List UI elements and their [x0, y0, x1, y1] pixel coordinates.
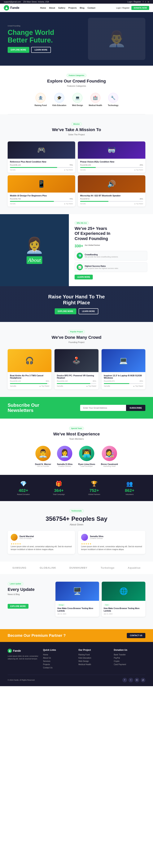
- donate-btn[interactable]: DONATE NOW: [131, 6, 149, 10]
- learn-more-btn[interactable]: LEARN MORE: [31, 47, 51, 53]
- address: 254 Main Street, Victoria, USA: [23, 1, 49, 3]
- project-footer-2: Samalla ▲ Top Rated: [10, 203, 73, 205]
- social-twitter-icon[interactable]: t: [128, 678, 133, 682]
- progress-fill-2: [10, 201, 54, 202]
- feature-item-2[interactable]: 💻 Web Design: [72, 93, 83, 106]
- cta-learn-btn[interactable]: LEARN MORE: [79, 308, 98, 314]
- progress-fill-3: [80, 201, 109, 202]
- big-stat-sub: About Given: [8, 523, 145, 526]
- popular-subtitle: Founding Project: [8, 341, 145, 343]
- footer-link-0-0[interactable]: Home: [43, 654, 74, 656]
- footer-link-1-2[interactable]: Web Design: [79, 660, 110, 662]
- features-section: Feature Categories Explore Our Crowd Fou…: [0, 66, 153, 114]
- footer-link-0-4[interactable]: Contact Us: [43, 666, 74, 669]
- team-role-3: Marketing Head: [101, 465, 118, 467]
- pop-progress-fill-0: [10, 383, 47, 384]
- feature-item-0[interactable]: 🏦 Raising Fund: [35, 93, 47, 106]
- team-member-3[interactable]: 👩‍🎨 Brene Cavalcanti Marketing Head: [101, 446, 118, 467]
- feature-icon-raising: 🏦: [36, 93, 45, 103]
- project-meta-1: Round:$3,200 25%: [80, 164, 143, 166]
- project-card-3[interactable]: 🔊 Microchip A4 -522 BT Bluetooth Speaker…: [78, 175, 145, 207]
- social-f[interactable]: f: [143, 1, 144, 3]
- explore-more-btn[interactable]: EXPLORE MORE: [8, 47, 29, 53]
- footer-link-2-2[interactable]: Crypto: [114, 660, 145, 662]
- stat-icon-3: 👥: [114, 480, 145, 487]
- social-t[interactable]: t: [145, 1, 146, 3]
- hero-buttons: EXPLORE MORE LEARN MORE: [8, 47, 54, 53]
- blog-subtitle: News & Blog: [8, 593, 50, 595]
- team-section: Special Team We've Most Experience Team …: [0, 418, 153, 475]
- footer-social: f t in yt: [122, 678, 145, 682]
- nav-gallery[interactable]: Gallery: [58, 7, 65, 9]
- pop-card-0[interactable]: 🎧 Boat Airdre Air Pro 3 TWS Cancel Headp…: [8, 349, 52, 389]
- blog-card-0[interactable]: 🖥️ Design How Make Cross-Browser Testing…: [56, 582, 99, 617]
- about-stat-partner: 330+ Our Global Partner: [74, 244, 100, 248]
- premium-contact-btn[interactable]: CONTACT US: [127, 633, 145, 638]
- blog-body-1: Tech How Make Cross-Browser Testing More…: [102, 601, 145, 617]
- team-member-0[interactable]: 👨‍💼 David N. Warner CEO & Founder: [35, 446, 51, 467]
- project-card-0[interactable]: 🎮 Reference Plus-Need Condition New Roun…: [8, 142, 75, 173]
- project-card-2[interactable]: 📱 Mobile UI Design For Beginners Plus Ro…: [8, 175, 75, 207]
- pop-card-2[interactable]: 💻 Inspiron 13.3' In Laptop I5 8GB 512GB …: [101, 349, 145, 389]
- learn-more-about-btn[interactable]: LEARN MORE: [74, 275, 93, 279]
- footer-link-2-3[interactable]: Card Payment: [114, 663, 145, 665]
- nav-home[interactable]: Home: [40, 7, 46, 9]
- pop-card-1[interactable]: 🕹️ Doulce BP2 PC- Powered VR Gaming Head…: [55, 349, 98, 389]
- nav-contact[interactable]: Contact: [87, 7, 95, 9]
- project-body-3: Microchip A4 -522 BT Bluetooth Speaker R…: [78, 192, 145, 207]
- project-img-0: 🎮: [8, 142, 75, 159]
- project-body-1: Pinear-Vision-052u Condition New Round:$…: [78, 159, 145, 173]
- team-badge: Special Team: [69, 427, 84, 430]
- feature-item-4[interactable]: 🔧 Technology: [108, 93, 118, 106]
- about-feature-0: 💎 Crowdfunding We provide the best crowd…: [74, 251, 147, 260]
- about-image: 👩‍💼 About: [0, 214, 69, 286]
- footer-col-2: Donation Us Bank Transfer PayPal Crypto …: [114, 649, 145, 670]
- test-header-1: Samalla Silva Creative Director: [81, 534, 142, 541]
- nav: Fande Home About Gallery Projects Blog C…: [0, 4, 153, 12]
- clients-section: SAMSUNG GLOBALINK DUNNHUMBY Turbologo Aq…: [0, 562, 153, 574]
- social-facebook-icon[interactable]: f: [122, 678, 127, 682]
- blog-card-1[interactable]: 🌐 Tech How Make Cross-Browser Testing Mo…: [102, 582, 145, 617]
- nav-login-link[interactable]: Login / Register: [116, 7, 129, 9]
- newsletter-subscribe-btn[interactable]: SUBSCRIBE: [126, 405, 145, 411]
- nav-blog[interactable]: Blog: [80, 7, 84, 9]
- footer-link-0-2[interactable]: Services: [43, 660, 74, 662]
- team-name-2: Ryan Lima.Gives: [78, 463, 95, 465]
- pop-person-2: 💻: [101, 349, 145, 372]
- popular-header: Popular Project We've Done Many Crowd Fo…: [8, 330, 145, 343]
- stat-icon-1: 🎁: [43, 480, 74, 487]
- nav-logo[interactable]: Fande: [4, 5, 19, 10]
- project-footer-3: Samalla ▲ Top Rated: [80, 203, 143, 205]
- newsletter-email-input[interactable]: [80, 405, 126, 411]
- project-title-2: Mobile UI Design For Beginners Plus: [10, 194, 73, 197]
- team-member-1[interactable]: 👩‍💼 Samalla D.Silva Creative Director: [57, 446, 72, 467]
- footer-link-2-0[interactable]: Bank Transfer: [114, 654, 145, 656]
- project-title-0: Reference Plus-Need Condition New: [10, 161, 73, 163]
- cta-explore-btn[interactable]: EXPLORE MORE: [55, 308, 76, 314]
- stat-number-3: 862+: [114, 488, 145, 493]
- pop-title-0: Boat Airdre Air Pro 3 TWS Cancel Headpho…: [10, 374, 49, 379]
- login-link[interactable]: Login / Register: [128, 1, 141, 3]
- team-member-2[interactable]: 👨‍💻 Ryan Lima.Gives Lead Developer: [78, 446, 95, 467]
- feature-item-1[interactable]: 🎓 Kids Education: [52, 93, 66, 106]
- social-in[interactable]: in: [148, 1, 149, 3]
- stats-grid: 💎 402+ Raised Donation 🎁 364+ Total Camp…: [8, 480, 145, 495]
- nav-projects[interactable]: Projects: [68, 7, 77, 9]
- blog-person-1: 🌐: [102, 582, 145, 601]
- progress-bar-2: [10, 201, 73, 202]
- team-avatar-3: 👩‍🎨: [102, 446, 117, 461]
- footer-link-0-3[interactable]: Projects: [43, 663, 74, 665]
- footer-link-2-1[interactable]: PayPal: [114, 657, 145, 659]
- footer-link-1-3[interactable]: Medical Health: [79, 663, 110, 665]
- social-youtube-icon[interactable]: yt: [141, 678, 145, 682]
- hero-title: Change World Better Future.: [8, 29, 54, 44]
- footer-link-1-1[interactable]: Kids Education: [79, 657, 110, 659]
- footer-link-0-1[interactable]: About Us: [43, 657, 74, 659]
- nav-about[interactable]: About: [49, 7, 55, 9]
- testimonials-badge: Testimonials: [69, 509, 84, 513]
- blog-explore-btn[interactable]: EXPLORE MORE: [8, 604, 29, 609]
- feature-item-3[interactable]: 🏥 Medical Health: [89, 93, 102, 106]
- social-linkedin-icon[interactable]: in: [135, 678, 139, 682]
- project-card-1[interactable]: 🥽 Pinear-Vision-052u Condition New Round…: [78, 142, 145, 173]
- footer-link-1-0[interactable]: Raising Fund: [79, 654, 110, 656]
